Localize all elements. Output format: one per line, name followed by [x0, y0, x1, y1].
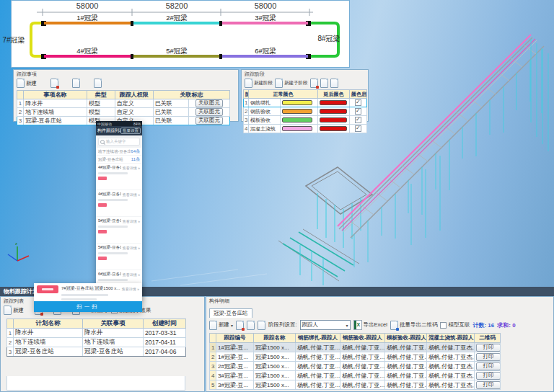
- delete-doc-icon[interactable]: [310, 79, 318, 88]
- table-row[interactable]: 2 1#冠梁-豆... 冠梁1500 x... 杨帆,付健,丁亚... 杨帆,付…: [210, 352, 501, 362]
- table-row[interactable]: 2 地下连续墙 地下连续墙 2017-04-11: [7, 338, 186, 347]
- delayed-color-swatch[interactable]: [320, 126, 347, 131]
- table-row[interactable]: 4 3#冠梁-豆... 冠梁1500 x... 杨帆,付健,丁亚... 杨帆,付…: [210, 371, 501, 380]
- group-count: 11条: [131, 156, 140, 163]
- item-subtext: [98, 226, 128, 228]
- copy-doc-icon[interactable]: [258, 321, 265, 330]
- table-row[interactable]: 1 降水井 降水井 2017-03-31: [7, 329, 186, 338]
- new-item-button[interactable]: 新建: [17, 79, 37, 88]
- col-normal-color: 正常颜色: [249, 90, 318, 99]
- phase-row-selected[interactable]: 1 钢筋绑扎: [244, 99, 367, 107]
- delete-button[interactable]: [37, 285, 58, 293]
- link-elements-button[interactable]: 关联图元: [195, 117, 223, 125]
- status-badge: [98, 177, 107, 180]
- trench-structure: [338, 35, 544, 238]
- phone-group-row[interactable]: 地下连续墙-豆各庄站 64条: [96, 148, 142, 155]
- component-list-item[interactable]: 5#冠梁-豆各庄站 冠梁1500 x... 查看详情 »: [96, 217, 142, 243]
- scan-qr-button[interactable]: 扫一扫: [34, 301, 142, 312]
- col-formwork-accept-tracker: 模板验收-跟踪人: [385, 334, 427, 343]
- normal-color-swatch[interactable]: [282, 109, 312, 114]
- col-type: 类型: [87, 91, 115, 99]
- sum-label: 求和: 0: [497, 321, 515, 329]
- panel-title: 构件明细: [206, 297, 553, 305]
- view-detail-link[interactable]: 查看详情 »: [123, 166, 140, 170]
- normal-color-swatch[interactable]: [282, 117, 312, 122]
- ghost-lines: [151, 270, 267, 285]
- view-detail-link[interactable]: 查看详情 »: [123, 246, 140, 250]
- beam-label-3: 3#冠梁: [221, 14, 310, 23]
- col-concrete-pour-tracker: 混凝土浇筑-跟踪人: [427, 334, 475, 343]
- rebar-piles: [354, 39, 548, 267]
- col-qr-code: 二维码: [475, 334, 501, 343]
- link-elements-button[interactable]: 关联图元: [195, 108, 223, 116]
- new-record-button[interactable]: 新建 ▾: [209, 321, 233, 330]
- delete-doc-icon[interactable]: [50, 79, 58, 88]
- edit-doc-icon[interactable]: [320, 79, 328, 88]
- col-rebar-tying-tracker: 钢筋绑扎-跟踪人: [296, 334, 340, 343]
- component-list-item[interactable]: 4#冠梁-豆各庄站 冠梁1500 x... 查看详情 »: [96, 164, 142, 190]
- new-plan-button[interactable]: 新建: [4, 306, 24, 315]
- color-enabled-checkbox[interactable]: [355, 117, 361, 123]
- print-qr-button[interactable]: 打印: [476, 372, 501, 380]
- phone-group-row[interactable]: 冠梁-豆各庄站 11条: [96, 156, 142, 163]
- batch-settings-button[interactable]: 批量设置: [120, 128, 141, 134]
- delayed-color-swatch[interactable]: [320, 109, 347, 114]
- normal-color-swatch[interactable]: [282, 100, 312, 105]
- col-tracker-perm: 跟踪人权限: [115, 91, 153, 99]
- phase-row[interactable]: 2 钢筋验收: [244, 107, 367, 116]
- app-screen: z 58000 58200 58000 1#冠梁: [0, 0, 554, 392]
- color-enabled-checkbox[interactable]: [355, 99, 361, 106]
- phase-column-select[interactable]: 跟踪人 ▾: [300, 320, 351, 330]
- col-plan-name: 计划名称: [14, 319, 83, 329]
- view-detail-link[interactable]: 查看详情 »: [123, 272, 140, 277]
- delayed-color-swatch[interactable]: [320, 117, 347, 122]
- edit-doc-icon[interactable]: [247, 321, 255, 330]
- excel-icon: [353, 320, 362, 330]
- edit-doc-icon[interactable]: [72, 79, 80, 88]
- component-list-item[interactable]: 4#冠梁-豆各庄站 冠梁1500 x... 查看详情 »: [96, 190, 142, 216]
- table-row[interactable]: 3 2#冠梁-豆... 冠梁1500 x... 杨帆,付健,丁亚... 杨帆,付…: [210, 362, 501, 371]
- tracking-items-panel: 跟踪事项 新建 事项名称 类型 跟踪人权限 关联标志 1 降水井 模型: [13, 69, 239, 122]
- print-qr-button[interactable]: 打印: [476, 362, 501, 370]
- col-rebar-accept-tracker: 钢筋验收-跟踪人: [340, 334, 385, 343]
- new-subphase-button[interactable]: 新建子阶段: [275, 79, 308, 88]
- new-doc-icon: [17, 79, 25, 88]
- export-excel-button[interactable]: 导出Excel: [353, 320, 387, 330]
- table-row[interactable]: 2 地下连续墙 模型 自定义 已关联 关联图元: [17, 108, 230, 117]
- link-elements-button[interactable]: 关联图元: [195, 99, 223, 107]
- component-list-item[interactable]: 5#冠梁-豆各庄站 冠梁1500 x... 查看详情 »: [96, 244, 142, 270]
- copy-doc-icon[interactable]: [330, 79, 338, 88]
- battery-label: 84%: [133, 122, 141, 126]
- delete-doc-icon[interactable]: [236, 321, 244, 330]
- col-created-date: 创建时间: [144, 319, 186, 329]
- col-track-name: 跟踪名称: [254, 334, 296, 343]
- view-detail-link[interactable]: 查看详情 »: [122, 287, 139, 291]
- color-enabled-checkbox[interactable]: [355, 125, 361, 132]
- phase-row[interactable]: 4 混凝土浇筑: [244, 125, 367, 133]
- print-qr-button[interactable]: 打印: [476, 344, 501, 352]
- view-detail-link[interactable]: 查看详情 »: [123, 219, 140, 223]
- phase-row[interactable]: 3 模板验收: [244, 116, 367, 125]
- mobile-item-card: 7#冠梁-豆各庄站 冠梁1500 x... 查看详情 » 扫一扫: [34, 283, 142, 312]
- delayed-color-swatch[interactable]: [320, 100, 347, 105]
- table-row-selected[interactable]: 3 冠梁-豆各庄站 冠梁-豆各庄站 2017-04-06: [7, 347, 186, 357]
- table-row-selected[interactable]: 1 1#冠梁-豆... 冠梁1500 x... 杨帆,付健,丁亚... 杨帆,付…: [210, 343, 501, 352]
- model-link-toggle[interactable]: 模型互联: [440, 321, 470, 329]
- card-item-row[interactable]: 7#冠梁-豆各庄站 冠梁1500 x... 查看详情 »: [34, 283, 142, 301]
- beam-label-6: 6#冠梁: [221, 47, 310, 56]
- print-qr-button[interactable]: 打印: [476, 381, 501, 389]
- item-subtext: [98, 279, 128, 281]
- view-detail-link[interactable]: 查看详情 »: [123, 192, 140, 197]
- phone-search-input[interactable]: 输入关键字: [98, 138, 140, 146]
- table-row[interactable]: 1 降水井 模型 自定义 已关联 关联图元: [17, 99, 230, 108]
- print-qr-button[interactable]: 打印: [476, 353, 501, 361]
- chevron-down-icon: ▾: [231, 323, 233, 328]
- table-row[interactable]: 5 3#冠梁-豆... 冠梁1500 x... 杨帆,付健,丁亚... 杨帆,付…: [210, 380, 501, 390]
- model-link-checkbox[interactable]: [440, 322, 447, 329]
- copy-doc-icon[interactable]: [94, 79, 102, 88]
- tab-crown-beam-station[interactable]: 冠梁-豆各庄站: [209, 308, 252, 318]
- color-enabled-checkbox[interactable]: [355, 108, 361, 115]
- export-qr-button[interactable]: 批量导出二维码: [390, 321, 438, 330]
- new-phase-button[interactable]: 新建阶段: [245, 79, 273, 88]
- normal-color-swatch[interactable]: [282, 126, 312, 131]
